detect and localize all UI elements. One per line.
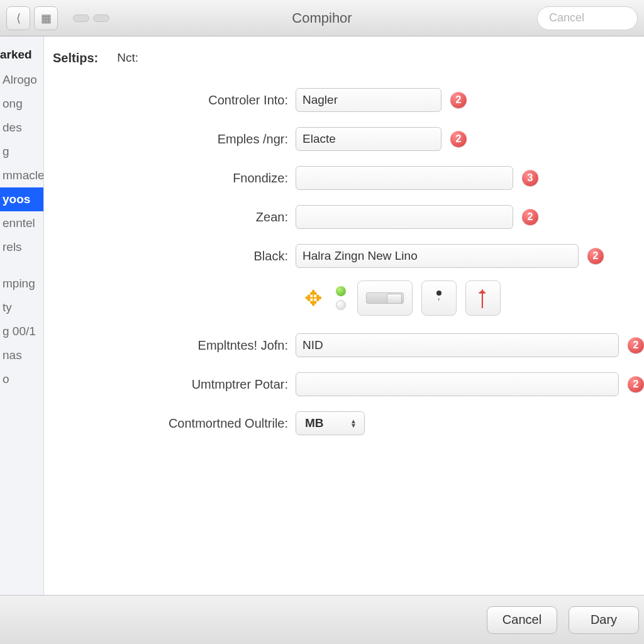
header-row: Seltips: Nct:: [50, 45, 644, 70]
select-value: MB: [305, 416, 324, 430]
error-badge: 2: [587, 248, 604, 264]
error-badge: 2: [450, 92, 467, 108]
sidebar-item[interactable]: Alrogo: [0, 68, 43, 92]
error-badge: 3: [522, 170, 538, 186]
titlebar: ⟨ ▦ Compihor Cancel: [0, 0, 644, 36]
search-input[interactable]: Cancel: [537, 6, 638, 30]
error-badge: 2: [450, 131, 467, 147]
contmortned-select[interactable]: MB ▲▼: [296, 411, 365, 435]
sidebar-separator: [0, 259, 43, 272]
umtmptrer-input[interactable]: [296, 372, 619, 396]
pin-icon: ˈ: [436, 291, 441, 306]
fnondize-input[interactable]: [296, 166, 513, 190]
sidebar-item-selected[interactable]: yoos: [0, 187, 43, 211]
sidebar-item[interactable]: rels: [0, 235, 43, 259]
slider-button[interactable]: [357, 280, 413, 316]
sidebar-item[interactable]: o: [0, 367, 43, 391]
field-label: Emples /ngr:: [50, 132, 296, 147]
fork-icon: ⭡: [472, 286, 494, 311]
sidebar-item[interactable]: enntel: [0, 211, 43, 235]
emples-combo[interactable]: Elacte: [296, 127, 441, 151]
sidebar-item[interactable]: nas: [0, 343, 43, 367]
header-value: Nct:: [117, 51, 138, 65]
slider-icon: [366, 292, 404, 304]
toolbar-pill: [93, 14, 109, 22]
sidebar-item[interactable]: g 00/1: [0, 319, 43, 343]
body: arked Alrogo ong des g mmacle yoos ennte…: [0, 36, 644, 595]
footer: Cancel Dary: [0, 595, 644, 644]
green-bead-icon: [336, 286, 346, 296]
sidebar: arked Alrogo ong des g mmacle yoos ennte…: [0, 36, 44, 595]
icon-toolbar: ✥ ˈ ⭡: [302, 280, 644, 316]
combo-value: Elacte: [303, 132, 336, 146]
error-badge: 2: [522, 209, 538, 225]
sidebar-item[interactable]: ong: [0, 92, 43, 116]
move-icon[interactable]: ✥: [302, 283, 325, 313]
white-bead-icon: [336, 300, 346, 310]
header-label: Seltips:: [53, 51, 98, 65]
toolbar-pill: [73, 14, 89, 22]
status-beads[interactable]: [333, 284, 348, 313]
sidebar-item[interactable]: mmacle: [0, 164, 43, 187]
sidebar-item[interactable]: ty: [0, 296, 43, 319]
pin-button[interactable]: ˈ: [421, 280, 457, 316]
field-label: Zean:: [50, 210, 296, 225]
field-label: Empltntes! Jofn:: [50, 338, 296, 353]
sidebar-item[interactable]: des: [0, 116, 43, 140]
error-badge: 2: [628, 337, 644, 353]
field-label: Contmortned Oultrile:: [50, 416, 296, 431]
field-label: Black:: [50, 249, 296, 264]
zean-input[interactable]: [296, 205, 513, 229]
toolbar-back-button[interactable]: ⟨: [6, 6, 30, 30]
chevron-updown-icon: ▲▼: [350, 419, 357, 428]
field-label: Fnondize:: [50, 171, 296, 186]
cancel-button[interactable]: Cancel: [487, 606, 557, 634]
main-panel: Seltips: Nct: Controler Into: Nagler 2 E…: [44, 36, 644, 595]
error-badge: 2: [628, 376, 644, 392]
combo-value: Nagler: [303, 93, 338, 107]
toolbar-grid-button[interactable]: ▦: [34, 6, 58, 30]
field-label: Umtmptrer Potar:: [50, 377, 296, 392]
black-input[interactable]: Halra Zingn New Lino: [296, 244, 579, 268]
sidebar-item[interactable]: mping: [0, 272, 43, 296]
empltntes-input[interactable]: NID: [296, 333, 619, 357]
field-label: Controler Into:: [50, 93, 296, 108]
sidebar-heading: arked: [0, 44, 43, 68]
input-value: NID: [303, 338, 323, 352]
confirm-button[interactable]: Dary: [569, 606, 639, 634]
controler-combo[interactable]: Nagler: [296, 88, 441, 112]
input-value: Halra Zingn New Lino: [303, 249, 418, 263]
form: Controler Into: Nagler 2 Emples /ngr: El…: [50, 88, 644, 435]
fork-button[interactable]: ⭡: [465, 280, 501, 316]
sidebar-item[interactable]: g: [0, 140, 43, 164]
